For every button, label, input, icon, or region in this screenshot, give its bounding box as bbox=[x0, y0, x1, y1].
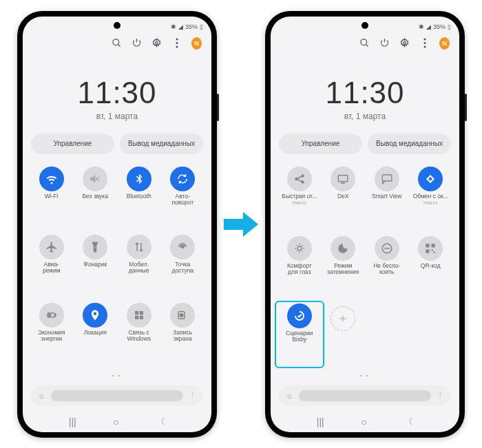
qs-label: Bluetooth bbox=[127, 193, 151, 200]
qs-tile-record[interactable]: Записьэкрана bbox=[161, 300, 205, 365]
qs-tile-dnd[interactable]: Не беспо-коить bbox=[365, 233, 409, 301]
search-icon[interactable] bbox=[359, 38, 370, 48]
wifi-icon[interactable] bbox=[39, 167, 64, 191]
notification-badge[interactable]: N bbox=[439, 38, 450, 48]
qs-tile-share[interactable]: Быстрая от...Никто bbox=[277, 164, 322, 231]
device-control-button[interactable]: Управление bbox=[31, 134, 114, 154]
gear-icon[interactable] bbox=[151, 38, 162, 48]
brightness-track[interactable] bbox=[51, 390, 183, 401]
more-icon[interactable] bbox=[171, 38, 182, 48]
brightness-slider[interactable]: ☼ ⋮ bbox=[31, 385, 203, 406]
bluetooth-icon[interactable] bbox=[127, 167, 151, 191]
dex-icon[interactable] bbox=[331, 167, 355, 191]
qs-tile-windows[interactable]: Связь сWindows bbox=[117, 300, 161, 365]
nearby-icon[interactable] bbox=[418, 167, 443, 191]
power-icon[interactable] bbox=[379, 38, 390, 48]
qs-tile-plane[interactable]: Авиа-режим bbox=[30, 232, 74, 297]
device-control-button[interactable]: Управление bbox=[279, 134, 362, 154]
svg-point-21 bbox=[423, 46, 426, 48]
qs-tile-qr[interactable]: QR-код bbox=[409, 233, 453, 301]
svg-point-4 bbox=[176, 42, 178, 44]
qs-tile-dex[interactable]: DeX bbox=[322, 164, 366, 231]
data-icon[interactable] bbox=[127, 235, 151, 259]
qs-tile-nearby[interactable]: Обмен с ок...Никто bbox=[409, 164, 453, 231]
brightness-more-icon[interactable]: ⋮ bbox=[189, 391, 196, 400]
bixby-icon[interactable] bbox=[287, 303, 312, 328]
phone-right: ✱ ◢ 35% ▯ N 11:30 вт, 1 марта bbox=[265, 11, 465, 438]
nav-home[interactable]: ○ bbox=[361, 416, 366, 427]
svg-point-20 bbox=[423, 42, 426, 44]
more-icon[interactable] bbox=[419, 38, 430, 48]
clock-time: 11:30 bbox=[23, 76, 211, 110]
notification-badge[interactable]: N bbox=[191, 38, 202, 48]
svg-point-24 bbox=[302, 181, 304, 183]
smartview-icon[interactable] bbox=[375, 167, 399, 191]
qs-tile-data[interactable]: Мобил.данные bbox=[117, 232, 161, 297]
nav-back[interactable]: 〈 bbox=[156, 416, 165, 428]
qs-tile-mute[interactable]: Без звука bbox=[74, 164, 118, 229]
qs-sublabel: Никто bbox=[423, 200, 438, 206]
qs-label: Быстрая от... bbox=[282, 193, 317, 200]
signal-icon: ◢ bbox=[426, 23, 431, 30]
gear-icon[interactable] bbox=[399, 38, 410, 48]
svg-point-3 bbox=[176, 39, 178, 41]
qs-label: Smart View bbox=[372, 193, 401, 200]
svg-point-31 bbox=[297, 246, 302, 250]
qs-tile-dark[interactable]: Режимзатемнения bbox=[322, 233, 366, 301]
qs-tile-eye[interactable]: Комфортдля глаз bbox=[277, 233, 322, 301]
battery-icon[interactable] bbox=[39, 303, 64, 328]
rotate-icon[interactable] bbox=[170, 167, 195, 191]
panel-buttons: Управление Вывод медиаданных bbox=[271, 134, 459, 161]
nav-recents[interactable]: ||| bbox=[69, 416, 76, 427]
qr-icon[interactable] bbox=[418, 236, 443, 261]
media-output-button[interactable]: Вывод медиаданных bbox=[368, 134, 451, 154]
brightness-icon: ☼ bbox=[38, 391, 45, 401]
eye-icon[interactable] bbox=[287, 236, 312, 261]
record-icon[interactable] bbox=[170, 303, 195, 328]
qs-tile-hotspot[interactable]: Точкадоступа bbox=[161, 232, 205, 297]
svg-rect-35 bbox=[432, 244, 435, 247]
brightness-more-icon[interactable]: ⋮ bbox=[437, 391, 444, 400]
signal-icon: ◢ bbox=[178, 23, 183, 30]
windows-icon[interactable] bbox=[127, 303, 151, 328]
svg-point-6 bbox=[182, 246, 184, 248]
media-output-button[interactable]: Вывод медиаданных bbox=[120, 134, 203, 154]
toolbar: N bbox=[271, 33, 459, 54]
brightness-slider[interactable]: ☼ ⋮ bbox=[279, 385, 451, 406]
nav-recents[interactable]: ||| bbox=[317, 416, 324, 427]
svg-point-16 bbox=[361, 39, 367, 45]
qs-tile-rotate[interactable]: Авто-поворот bbox=[161, 164, 205, 229]
navigation-bar: ||| ○ 〈 bbox=[23, 412, 211, 432]
search-icon[interactable] bbox=[112, 38, 122, 48]
hotspot-icon[interactable] bbox=[170, 235, 195, 259]
plane-icon[interactable] bbox=[39, 235, 64, 259]
location-icon[interactable] bbox=[83, 303, 107, 328]
qs-tile-smartview[interactable]: Smart View bbox=[365, 164, 409, 231]
dark-icon[interactable] bbox=[331, 236, 355, 261]
qs-tile-battery[interactable]: Экономияэнергии bbox=[30, 300, 74, 365]
qs-label: Связь сWindows bbox=[127, 330, 151, 343]
share-icon[interactable] bbox=[287, 167, 312, 191]
mute-icon[interactable] bbox=[83, 167, 107, 191]
qs-tile-bixby[interactable]: СценарииBixby bbox=[275, 301, 324, 368]
power-icon[interactable] bbox=[132, 38, 142, 48]
qs-label: QR-код bbox=[421, 263, 441, 270]
add-icon[interactable] bbox=[331, 306, 355, 331]
svg-rect-36 bbox=[426, 249, 430, 253]
qs-tile-location[interactable]: Локация bbox=[74, 300, 118, 365]
qs-tile-bluetooth[interactable]: Bluetooth bbox=[117, 164, 161, 229]
qs-tile-add[interactable] bbox=[322, 303, 366, 365]
qs-sublabel: Никто bbox=[293, 200, 307, 206]
svg-point-18 bbox=[404, 42, 406, 45]
qs-tile-torch[interactable]: Фонарик bbox=[74, 232, 118, 297]
clock-area: 11:30 вт, 1 марта bbox=[23, 54, 211, 134]
qs-label: Мобил.данные bbox=[129, 262, 149, 275]
qs-tile-wifi[interactable]: Wi-Fi bbox=[30, 164, 74, 229]
torch-icon[interactable] bbox=[83, 235, 107, 259]
brightness-track[interactable] bbox=[299, 390, 431, 401]
nav-home[interactable]: ○ bbox=[113, 416, 118, 427]
svg-rect-27 bbox=[339, 175, 348, 181]
dnd-icon[interactable] bbox=[375, 236, 399, 261]
page-indicator: • • bbox=[23, 368, 211, 383]
nav-back[interactable]: 〈 bbox=[404, 416, 413, 428]
